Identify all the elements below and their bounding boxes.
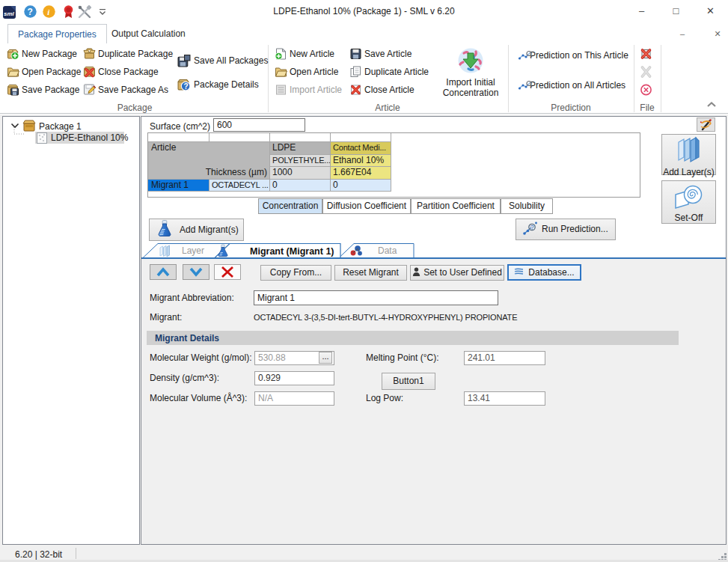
svg-text:?: ? [183, 82, 188, 91]
svg-text:?: ? [530, 224, 534, 231]
svg-text:Migrant (Migrant 1): Migrant (Migrant 1) [250, 246, 334, 257]
svg-text:Data: Data [378, 245, 397, 256]
svg-text:Layer: Layer [182, 245, 204, 256]
